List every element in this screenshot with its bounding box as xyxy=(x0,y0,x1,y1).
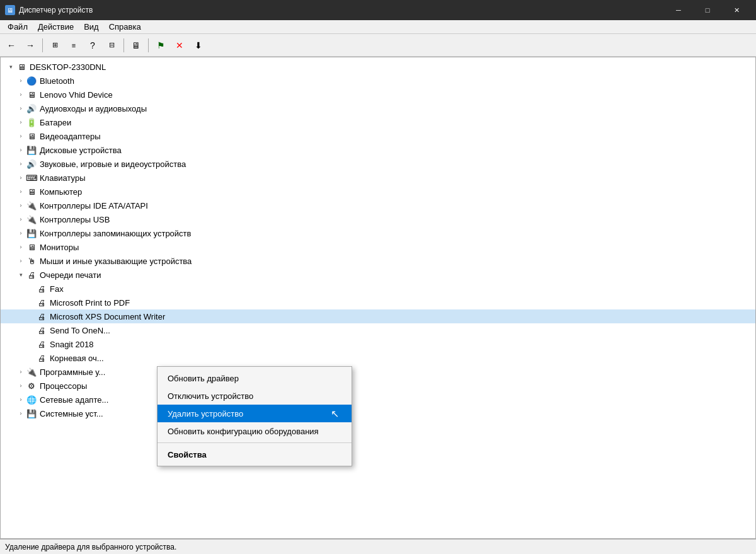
tree-item[interactable]: 🖨Send To OneN... xyxy=(1,323,755,337)
tree-item[interactable]: ›🔊Звуковые, игровые и видеоустройства xyxy=(1,157,755,171)
expand-icon[interactable] xyxy=(26,284,36,294)
tree-item[interactable]: ›🖥Видеоадаптеры xyxy=(1,129,755,143)
tree-item[interactable]: 🖨Snagit 2018 xyxy=(1,337,755,351)
expand-icon[interactable]: › xyxy=(16,200,26,211)
tree-item[interactable]: ›⚙Процессоры xyxy=(1,379,755,393)
tree-item[interactable]: ›🖥Lenovo Vhid Device xyxy=(1,88,755,101)
menu-item-действие[interactable]: Действие xyxy=(33,21,79,33)
device-icon: 🖨 xyxy=(36,311,47,322)
expand-icon[interactable]: ▾ xyxy=(16,270,26,280)
tree-item[interactable]: 🖨Fax xyxy=(1,282,755,296)
expand-icon[interactable]: › xyxy=(16,367,26,377)
tree-item[interactable]: ›💾Системные уст... xyxy=(1,407,755,420)
expand-icon[interactable]: › xyxy=(16,408,26,418)
menu-item-справка[interactable]: Справка xyxy=(104,21,146,33)
device-icon: 🔌 xyxy=(26,366,37,378)
expand-icon[interactable]: ▾ xyxy=(6,62,16,72)
expand-icon[interactable] xyxy=(26,325,36,335)
tree-item[interactable]: ›🔌Программные у... xyxy=(1,365,755,379)
tree-item[interactable]: ›🔌Контроллеры USB xyxy=(1,212,755,226)
expand-icon[interactable]: › xyxy=(16,214,26,224)
expand-icon[interactable]: › xyxy=(16,159,26,169)
back-button[interactable]: ← xyxy=(3,37,20,54)
computer-button[interactable]: 🖥 xyxy=(127,37,145,54)
grid-button[interactable]: ⊟ xyxy=(103,37,120,54)
device-label: Fax xyxy=(50,284,64,294)
flag-button[interactable]: ⚑ xyxy=(152,37,169,54)
expand-icon[interactable]: › xyxy=(16,103,26,113)
tree-item[interactable]: ▾🖥DESKTOP-2330DNL xyxy=(1,60,755,74)
minimize-button[interactable]: ─ xyxy=(664,0,693,20)
device-label: Контроллеры запоминающих устройств xyxy=(40,229,191,238)
expand-icon[interactable]: › xyxy=(16,145,26,155)
context-menu-item[interactable]: Обновить драйвер xyxy=(158,369,352,387)
expand-icon[interactable]: › xyxy=(16,242,26,252)
tree-item[interactable]: 🖨Microsoft XPS Document Writer xyxy=(1,309,755,323)
device-label: Snagit 2018 xyxy=(50,340,93,349)
main-content: ▾🖥DESKTOP-2330DNL›🔵Bluetooth›🖥Lenovo Vhi… xyxy=(0,57,756,539)
context-menu: Обновить драйверОтключить устройствоУдал… xyxy=(157,366,352,466)
expand-icon[interactable]: › xyxy=(16,256,26,266)
context-menu-item[interactable]: Отключить устройство xyxy=(158,387,352,405)
expand-icon[interactable]: › xyxy=(16,381,26,391)
device-icon: 🌐 xyxy=(26,394,37,405)
menu-item-файл[interactable]: Файл xyxy=(3,21,33,33)
device-label: Microsoft Print to PDF xyxy=(50,298,130,308)
device-label: Системные уст... xyxy=(40,409,103,418)
tree-item[interactable]: 🖨Microsoft Print to PDF xyxy=(1,296,755,309)
tree-item[interactable]: ›💾Контроллеры запоминающих устройств xyxy=(1,226,755,240)
expand-icon[interactable]: › xyxy=(16,76,26,86)
expand-icon[interactable] xyxy=(26,353,36,363)
expand-icon[interactable]: › xyxy=(16,89,26,100)
properties-button[interactable]: ⊞ xyxy=(46,37,64,54)
tree-item[interactable]: ›🌐Сетевые адапте... xyxy=(1,393,755,407)
tree-item[interactable]: ▾🖨Очереди печати xyxy=(1,268,755,282)
device-icon: 💾 xyxy=(26,408,37,419)
tree-item[interactable]: ›🔵Bluetooth xyxy=(1,74,755,88)
maximize-button[interactable]: □ xyxy=(693,0,722,20)
context-menu-item[interactable]: Свойства xyxy=(158,446,352,463)
device-icon: 🖥 xyxy=(26,186,37,197)
expand-icon[interactable]: › xyxy=(16,228,26,238)
device-label: Программные у... xyxy=(40,367,105,377)
download-button[interactable]: ⬇ xyxy=(190,37,207,54)
context-menu-item[interactable]: Удалить устройство↖ xyxy=(158,405,352,422)
device-tree[interactable]: ▾🖥DESKTOP-2330DNL›🔵Bluetooth›🖥Lenovo Vhi… xyxy=(1,57,755,538)
device-icon: 🖱 xyxy=(26,255,37,267)
device-icon: 🖨 xyxy=(26,269,37,280)
context-menu-separator xyxy=(158,442,352,443)
tree-item[interactable]: ›🔊Аудиовходы и аудиовыходы xyxy=(1,101,755,115)
tree-item[interactable]: ›🖥Мониторы xyxy=(1,240,755,254)
tree-item[interactable]: ›🖥Компьютер xyxy=(1,185,755,199)
expand-icon[interactable] xyxy=(26,311,36,321)
cursor-indicator: ↖ xyxy=(331,408,339,420)
delete-button[interactable]: ✕ xyxy=(171,37,188,54)
device-icon: 🖨 xyxy=(36,297,47,308)
expand-icon[interactable]: › xyxy=(16,173,26,183)
context-menu-item[interactable]: Обновить конфигурацию оборудования xyxy=(158,422,352,440)
expand-icon[interactable]: › xyxy=(16,187,26,197)
menu-item-вид[interactable]: Вид xyxy=(79,21,104,33)
device-label: Send To OneN... xyxy=(50,326,110,335)
tree-item[interactable]: ›⌨Клавиатуры xyxy=(1,171,755,185)
tree-item[interactable]: 🖨Корневая оч... xyxy=(1,351,755,365)
tree-item[interactable]: ›🔌Контроллеры IDE ATA/ATAPI xyxy=(1,199,755,212)
device-label: Звуковые, игровые и видеоустройства xyxy=(40,159,186,169)
expand-icon[interactable]: › xyxy=(16,117,26,127)
list-button[interactable]: ≡ xyxy=(65,37,83,54)
expand-icon[interactable] xyxy=(26,297,36,308)
tree-item[interactable]: ›💾Дисковые устройства xyxy=(1,143,755,157)
expand-icon[interactable]: › xyxy=(16,395,26,405)
device-label: Bluetooth xyxy=(40,76,74,86)
expand-icon[interactable] xyxy=(26,339,36,349)
forward-button[interactable]: → xyxy=(21,37,39,54)
close-button[interactable]: ✕ xyxy=(722,0,751,20)
device-label: Мыши и иные указывающие устройства xyxy=(40,257,192,266)
help-button[interactable]: ? xyxy=(84,37,101,54)
tree-item[interactable]: ›🔋Батареи xyxy=(1,115,755,129)
device-icon: 🔊 xyxy=(26,103,37,114)
expand-icon[interactable]: › xyxy=(16,131,26,141)
device-icon: ⚙ xyxy=(26,380,37,391)
toolbar-separator-2 xyxy=(123,38,124,52)
tree-item[interactable]: ›🖱Мыши и иные указывающие устройства xyxy=(1,254,755,268)
